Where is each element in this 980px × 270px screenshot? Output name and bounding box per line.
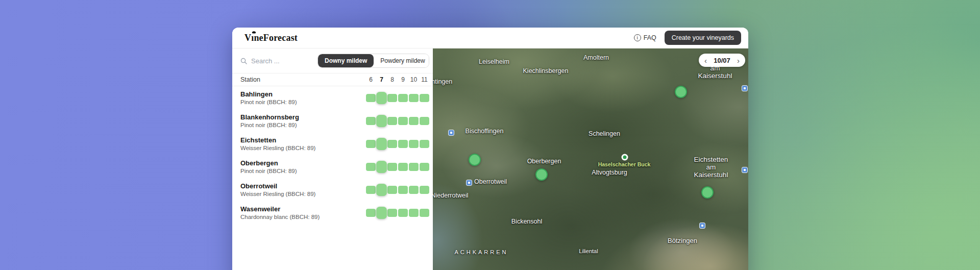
risk-cell-day-9[interactable] xyxy=(398,186,408,194)
risk-cell-day-10[interactable] xyxy=(409,117,419,125)
risk-cell-day-6[interactable] xyxy=(366,94,376,102)
main-content: Downy mildewPowdery mildew Station 67891… xyxy=(232,48,748,270)
map-label-achkarren: ACHKARREN xyxy=(454,249,508,255)
stations-sidebar: Downy mildewPowdery mildew Station 67891… xyxy=(232,48,433,270)
risk-cell-day-11[interactable] xyxy=(420,186,429,194)
next-day-button[interactable]: › xyxy=(737,57,740,64)
station-marker-icon[interactable] xyxy=(535,168,548,181)
station-marker-icon[interactable] xyxy=(701,186,714,199)
risk-cell-day-10[interactable] xyxy=(409,186,419,194)
map-poi-icon[interactable] xyxy=(466,180,472,186)
station-search[interactable] xyxy=(240,57,317,65)
satellite-map[interactable]: LeiselheimKiechlinsbergenAmolternJechtin… xyxy=(433,48,748,270)
station-name: Wasenweiler xyxy=(240,205,320,213)
risk-cell-day-11[interactable] xyxy=(420,163,429,171)
risk-cell-day-8[interactable] xyxy=(387,94,397,102)
create-vineyards-button[interactable]: Create your vineyards xyxy=(665,31,741,45)
day-column-6[interactable]: 6 xyxy=(365,76,376,83)
station-variety: Weisser Riesling (BBCH: 89) xyxy=(240,145,315,151)
risk-cell-day-6[interactable] xyxy=(366,186,376,194)
map-poi-icon[interactable] xyxy=(448,130,454,136)
risk-cell-day-9[interactable] xyxy=(398,117,408,125)
risk-cell-day-8[interactable] xyxy=(387,117,397,125)
map-label-bickensohl: Bickensohl xyxy=(511,218,542,225)
station-marker-icon[interactable] xyxy=(675,86,687,98)
current-date: 10/07 xyxy=(714,57,730,64)
app-header: VıneForecast i FAQ Create your vineyards xyxy=(232,28,748,48)
tab-powdery-mildew[interactable]: Powdery mildew xyxy=(374,54,429,67)
map-label-oberrotweil: Oberrotweil xyxy=(474,178,507,185)
risk-cell-day-8[interactable] xyxy=(387,163,397,171)
map-label-bischoffingen: Bischoffingen xyxy=(465,128,504,135)
station-column-header: Station xyxy=(240,76,260,83)
station-row[interactable]: Blankenhornsberg Pinot noir (BBCH: 89) xyxy=(232,109,433,132)
map-poi-icon[interactable] xyxy=(742,167,748,173)
faq-label: FAQ xyxy=(644,34,656,41)
risk-cell-day-9[interactable] xyxy=(398,163,408,171)
risk-cell-day-8[interactable] xyxy=(387,209,397,217)
risk-forecast-bar xyxy=(365,92,430,104)
risk-cell-day-11[interactable] xyxy=(420,140,429,148)
station-name: Blankenhornsberg xyxy=(240,113,299,121)
risk-cell-day-7[interactable] xyxy=(376,184,387,196)
map-label-b-tzingen: Bötzingen xyxy=(668,237,697,244)
risk-forecast-bar xyxy=(365,115,430,127)
risk-cell-day-6[interactable] xyxy=(366,140,376,148)
map-label-jechtingen: Jechtingen xyxy=(433,78,452,85)
station-variety: Weisser Riesling (BBCH: 89) xyxy=(240,191,315,197)
risk-cell-day-10[interactable] xyxy=(409,209,419,217)
risk-cell-day-9[interactable] xyxy=(398,94,408,102)
risk-cell-day-7[interactable] xyxy=(376,92,387,104)
risk-cell-day-10[interactable] xyxy=(409,140,419,148)
risk-cell-day-8[interactable] xyxy=(387,186,397,194)
map-poi-icon[interactable] xyxy=(699,223,705,229)
risk-forecast-bar xyxy=(365,184,430,196)
risk-cell-day-11[interactable] xyxy=(420,209,429,217)
faq-link[interactable]: i FAQ xyxy=(634,34,656,41)
station-variety: Pinot noir (BBCH: 89) xyxy=(240,122,299,128)
risk-cell-day-7[interactable] xyxy=(376,115,387,127)
map-label-kiechlinsbergen: Kiechlinsbergen xyxy=(523,67,569,75)
risk-cell-day-11[interactable] xyxy=(420,94,429,102)
station-row[interactable]: Oberbergen Pinot noir (BBCH: 89) xyxy=(232,155,433,178)
day-column-8[interactable]: 8 xyxy=(387,76,398,83)
station-marker-icon[interactable] xyxy=(469,154,481,166)
station-name: Oberrotweil xyxy=(240,182,315,190)
day-column-headers: 67891011 xyxy=(365,76,430,83)
app-window: VıneForecast i FAQ Create your vineyards xyxy=(232,28,748,270)
day-column-11[interactable]: 11 xyxy=(419,76,430,83)
risk-cell-day-10[interactable] xyxy=(409,163,419,171)
day-column-7[interactable]: 7 xyxy=(376,76,387,83)
day-column-9[interactable]: 9 xyxy=(398,76,408,83)
station-list-header: Station 67891011 xyxy=(232,73,433,86)
risk-cell-day-7[interactable] xyxy=(376,207,387,219)
info-icon: i xyxy=(634,34,641,41)
map-poi-icon[interactable] xyxy=(742,85,748,91)
station-row[interactable]: Oberrotweil Weisser Riesling (BBCH: 89) xyxy=(232,178,433,201)
risk-cell-day-7[interactable] xyxy=(376,138,387,150)
risk-cell-day-11[interactable] xyxy=(420,117,429,125)
risk-cell-day-6[interactable] xyxy=(366,117,376,125)
station-name: Eichstetten xyxy=(240,136,315,144)
risk-cell-day-9[interactable] xyxy=(398,209,408,217)
risk-cell-day-6[interactable] xyxy=(366,163,376,171)
nature-poi-icon[interactable] xyxy=(622,154,628,161)
station-row[interactable]: Bahlingen Pinot noir (BBCH: 89) xyxy=(232,86,433,109)
risk-forecast-bar xyxy=(365,207,430,219)
risk-cell-day-7[interactable] xyxy=(376,161,387,173)
prev-day-button[interactable]: ‹ xyxy=(704,57,707,64)
disease-tabs: Downy mildewPowdery mildew xyxy=(317,54,429,68)
vineforecast-logo[interactable]: VıneForecast xyxy=(244,33,298,43)
tab-downy-mildew[interactable]: Downy mildew xyxy=(318,54,374,67)
risk-cell-day-8[interactable] xyxy=(387,140,397,148)
search-icon xyxy=(240,58,247,64)
risk-cell-day-6[interactable] xyxy=(366,209,376,217)
map-label-eichstetten-am: Eichstetten am Kaiserstuhl xyxy=(693,156,730,179)
risk-cell-day-9[interactable] xyxy=(398,140,408,148)
station-variety: Pinot noir (BBCH: 89) xyxy=(240,168,297,174)
day-column-10[interactable]: 10 xyxy=(408,76,419,83)
station-row[interactable]: Wasenweiler Chardonnay blanc (BBCH: 89) xyxy=(232,201,433,224)
risk-cell-day-10[interactable] xyxy=(409,94,419,102)
station-row[interactable]: Eichstetten Weisser Riesling (BBCH: 89) xyxy=(232,132,433,155)
search-input[interactable] xyxy=(251,57,317,65)
